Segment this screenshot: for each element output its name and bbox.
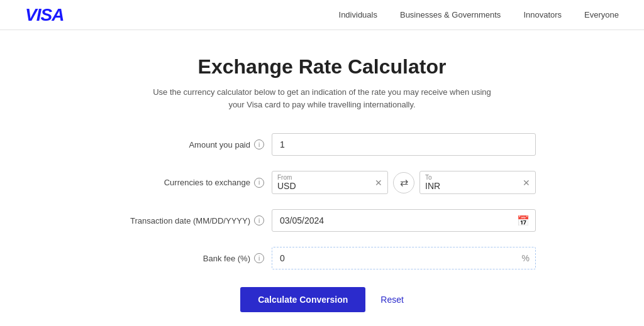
amount-info-icon[interactable]: i [254,139,264,149]
to-currency-box[interactable]: To INR ✕ [419,171,536,194]
from-currency-value: USD [277,181,372,191]
currencies-control: From USD ✕ ⇄ To INR ✕ [272,171,536,194]
currencies-label: Currencies to exchange i [108,178,272,188]
from-clear-icon[interactable]: ✕ [375,178,382,188]
fee-control: % [272,247,536,269]
calendar-icon[interactable]: 📅 [517,215,530,227]
nav-innovators[interactable]: Innovators [523,10,562,19]
from-label: From [277,174,372,181]
nav-everyone[interactable]: Everyone [584,10,619,19]
amount-label: Amount you paid i [108,139,272,149]
to-currency-inner: To INR [425,174,520,191]
amount-control [272,133,536,156]
fee-label: Bank fee (%) i [108,253,272,263]
swap-button[interactable]: ⇄ [393,172,414,193]
date-input-wrap: 📅 [272,209,536,232]
to-currency-value: INR [425,181,520,191]
calculate-button[interactable]: Calculate Conversion [240,287,365,312]
reset-button[interactable]: Reset [380,295,404,305]
fee-wrap: % [272,247,536,269]
page-subtitle: Use the currency calculator below to get… [146,86,498,111]
date-label: Transaction date (MM/DD/YYYY) i [108,215,272,225]
amount-input[interactable] [272,133,536,156]
button-row: Calculate Conversion Reset [108,287,536,312]
header: VISA Individuals Businesses & Government… [0,0,644,30]
from-currency-inner: From USD [277,174,372,191]
nav-individuals[interactable]: Individuals [339,10,377,19]
page-title: Exchange Rate Calculator [64,55,580,79]
currencies-row: Currencies to exchange i From USD ✕ ⇄ [108,171,536,194]
amount-row: Amount you paid i [108,133,536,156]
main-content: Exchange Rate Calculator Use the currenc… [52,30,592,312]
currencies-info-icon[interactable]: i [254,178,264,188]
date-control: 📅 [272,209,536,232]
fee-row: Bank fee (%) i % [108,247,536,269]
to-clear-icon[interactable]: ✕ [523,178,530,188]
date-info-icon[interactable]: i [254,215,264,225]
main-nav: Individuals Businesses & Governments Inn… [339,10,619,19]
nav-businesses[interactable]: Businesses & Governments [400,10,501,19]
to-label: To [425,174,520,181]
calculator-form: Amount you paid i Currencies to exchange… [108,133,536,312]
date-input[interactable] [272,209,536,232]
fee-suffix: % [522,253,530,263]
fee-input[interactable] [272,247,536,269]
currency-row: From USD ✕ ⇄ To INR ✕ [272,171,536,194]
visa-logo: VISA [25,5,64,25]
date-row: Transaction date (MM/DD/YYYY) i 📅 [108,209,536,232]
fee-info-icon[interactable]: i [254,253,264,263]
from-currency-box[interactable]: From USD ✕ [272,171,388,194]
